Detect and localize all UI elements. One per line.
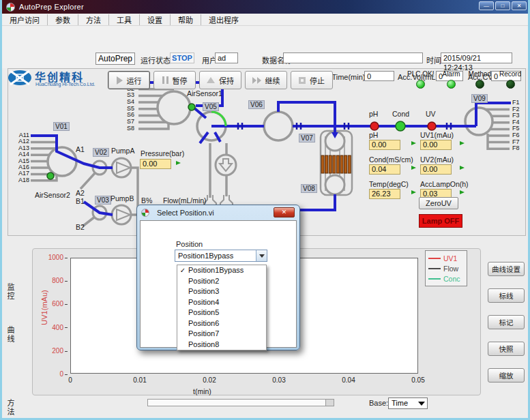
a2-label: A2 bbox=[76, 189, 85, 197]
b1-label: B1 bbox=[76, 197, 85, 205]
air-sensor2-label: AirSensor2 bbox=[35, 191, 70, 199]
close-icon[interactable]: ✕ bbox=[512, 1, 527, 10]
position-option[interactable]: Position2 bbox=[177, 276, 266, 287]
position-select[interactable]: Position1Bypass bbox=[175, 250, 267, 262]
position-option[interactable]: ✓ Position1Bypass bbox=[177, 265, 266, 276]
ph-sensor-label: pH bbox=[369, 110, 378, 118]
valve-tag-v01[interactable]: V01 bbox=[53, 122, 70, 131]
valve-tag-v06[interactable]: V06 bbox=[248, 100, 265, 109]
position-option[interactable]: Position3 bbox=[177, 286, 266, 297]
side-tab-curve[interactable]: 曲线 bbox=[5, 326, 16, 344]
legend-label: UV1 bbox=[443, 254, 457, 262]
hold-button[interactable]: 保持 bbox=[199, 71, 241, 89]
position-option-label: Position8 bbox=[188, 340, 219, 350]
chart-tool-button[interactable]: 缩放 bbox=[488, 368, 525, 382]
position-option-label: Position1Bypass bbox=[188, 265, 244, 276]
menu-item[interactable]: 工具 bbox=[108, 14, 139, 25]
a1-label: A1 bbox=[76, 145, 85, 153]
chart-tool-button[interactable]: 标线 bbox=[488, 288, 525, 303]
position-field-label: Position bbox=[176, 240, 203, 248]
led-icon bbox=[475, 80, 484, 89]
dialog-icon bbox=[141, 209, 149, 217]
position-option[interactable]: Position7 bbox=[177, 329, 266, 340]
reading-value: 0.04 bbox=[369, 164, 400, 175]
y-axis-title: UV1(mAu) bbox=[40, 280, 48, 335]
chart-h-scrollbar[interactable] bbox=[147, 399, 334, 406]
check-icon bbox=[177, 276, 188, 287]
legend-entry: Conc bbox=[428, 273, 464, 284]
chevron-down-icon bbox=[418, 402, 425, 406]
valve-tag-v05[interactable]: V05 bbox=[203, 102, 219, 111]
resume-icon bbox=[252, 77, 261, 84]
y-tick-label: 600 bbox=[52, 300, 68, 308]
position-option-list: ✓ Position1Bypass Position2 Position3 Po… bbox=[177, 265, 267, 350]
scrollbar-button[interactable] bbox=[325, 400, 334, 406]
legend-label: Conc bbox=[443, 275, 460, 283]
readings-left: pH 0.00 Cond(mS/cm) 0.04 Temp(degC) 26.2… bbox=[369, 131, 413, 205]
reading: UV2(mAu) 0.00 bbox=[420, 155, 469, 175]
flag-icon bbox=[411, 166, 416, 170]
menu-item[interactable]: 方法 bbox=[78, 14, 108, 25]
y-tick-label: 400 bbox=[52, 324, 68, 332]
uv-sensor-label: UV bbox=[426, 110, 436, 118]
dialog-close-icon[interactable]: ✕ bbox=[274, 207, 295, 217]
flow-label: Flow(mL/min) bbox=[163, 196, 207, 205]
position-option[interactable]: Position8 bbox=[177, 340, 266, 350]
reading: AccLampOn(h) 0.03 bbox=[420, 180, 469, 199]
led-icon bbox=[506, 80, 515, 89]
time-label: 时间 bbox=[426, 55, 441, 65]
data-name-input[interactable] bbox=[283, 52, 423, 63]
legend-line-icon bbox=[428, 268, 441, 269]
side-tab-monitor[interactable]: 监控 bbox=[5, 283, 16, 301]
position-option[interactable]: Position4 bbox=[177, 297, 266, 308]
position-option[interactable]: Position6 bbox=[177, 318, 266, 329]
select-position-dialog: Select Position.vi ✕ Position Position1B… bbox=[136, 205, 300, 350]
dropdown-arrow-icon[interactable] bbox=[256, 250, 267, 261]
flag-icon bbox=[460, 141, 465, 145]
chart-tool-button[interactable]: 曲线设置 bbox=[488, 262, 525, 276]
user-input[interactable] bbox=[215, 52, 238, 63]
valve-tag-v09[interactable]: V09 bbox=[471, 94, 488, 103]
b-percent-label: B% bbox=[141, 196, 152, 205]
pump-a-label: PumpA bbox=[111, 147, 134, 155]
zero-uv-button[interactable]: ZeroUV bbox=[419, 197, 458, 209]
chart-tool-button[interactable]: 快照 bbox=[488, 342, 525, 356]
acc-time-value: 0 bbox=[364, 71, 394, 81]
reading-value: 0.00 bbox=[369, 140, 400, 150]
valve-tag-v07[interactable]: V07 bbox=[299, 134, 315, 142]
menu-item[interactable]: 退出程序 bbox=[201, 14, 246, 25]
window-controls: — □ ✕ bbox=[479, 1, 527, 10]
flag-icon bbox=[460, 190, 465, 194]
menu-item[interactable]: 用户访问 bbox=[2, 14, 47, 25]
lamp-toggle-button[interactable]: Lamp OFF bbox=[419, 214, 462, 228]
toolbar: AutoPrep 运行状态 STOP 用户 数据名称 时间 2015/09/21… bbox=[2, 26, 530, 68]
valve-tag-v03[interactable]: V03 bbox=[95, 196, 111, 205]
run-button[interactable]: 运行 bbox=[108, 71, 150, 89]
menu-bar: 用户访问参数方法工具设置帮助退出程序 bbox=[2, 14, 530, 26]
pause-button[interactable]: 暂停 bbox=[153, 71, 196, 89]
x-tick-label: 0.02 bbox=[198, 376, 220, 384]
cond-sensor-label: Cond bbox=[392, 110, 409, 118]
valve-tag-v08[interactable]: V08 bbox=[301, 184, 317, 193]
readings-right: UV1(mAu) 0.00 UV2(mAu) 0.00 AccLampOn(h)… bbox=[420, 131, 469, 205]
port-label: F8 bbox=[512, 145, 520, 152]
menu-item[interactable]: 设置 bbox=[139, 14, 170, 25]
check-icon bbox=[177, 308, 188, 318]
position-option[interactable]: Position5 bbox=[177, 308, 266, 318]
port-label: A18 bbox=[13, 177, 29, 183]
status-indicator: Record bbox=[499, 70, 521, 89]
menu-item[interactable]: 参数 bbox=[47, 14, 78, 25]
dialog-title: Select Position.vi bbox=[157, 209, 214, 217]
chart-tool-button[interactable]: 标记 bbox=[488, 315, 525, 329]
side-tab-method[interactable]: 方法 bbox=[5, 399, 16, 417]
valve-tag-v02[interactable]: V02 bbox=[93, 148, 109, 157]
stop-button[interactable]: 停止 bbox=[291, 71, 333, 89]
minimize-icon[interactable]: — bbox=[479, 1, 494, 10]
resume-button[interactable]: 继续 bbox=[245, 71, 287, 89]
menu-item[interactable]: 帮助 bbox=[170, 14, 201, 25]
base-select[interactable]: Time bbox=[388, 397, 428, 409]
flag-icon bbox=[176, 161, 181, 165]
maximize-icon[interactable]: □ bbox=[495, 1, 510, 10]
reading-value: 26.23 bbox=[369, 189, 400, 199]
legend-entry: UV1 bbox=[428, 253, 464, 263]
